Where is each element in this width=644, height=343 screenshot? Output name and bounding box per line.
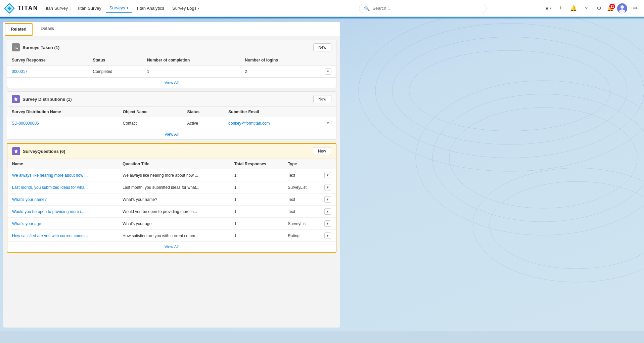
survey-status: Completed: [88, 66, 142, 78]
notification-badge[interactable]: 🔔 11: [607, 5, 614, 11]
q-row-dropdown-button-1[interactable]: ▾: [324, 184, 331, 190]
chevron-favorites-icon: ▾: [550, 6, 552, 10]
nav-actions: ★ ▾ + 🔔 ? ⚙ 🔔 11 ✏: [543, 3, 640, 13]
search-bar: 🔍: [359, 4, 487, 13]
q-name-link-3[interactable]: Would you be open to providing more i...: [12, 209, 84, 214]
tab-details[interactable]: Details: [34, 22, 61, 36]
svg-marker-17: [14, 149, 18, 153]
q-responses-2: 1: [230, 194, 283, 206]
search-icon: 🔍: [364, 6, 370, 11]
add-button[interactable]: +: [556, 4, 565, 13]
surveys-taken-table: Survey Response Status Number of complet…: [7, 55, 336, 77]
svg-point-7: [392, 37, 627, 144]
q-row-dropdown-button-5[interactable]: ▾: [324, 232, 331, 239]
svg-point-11: [432, 94, 644, 222]
col-q-name: Name: [7, 159, 118, 169]
star-icon: ★: [545, 5, 549, 11]
search-input[interactable]: [372, 6, 481, 11]
col-q-responses: Total Responses: [230, 159, 283, 169]
survey-response-link[interactable]: 0000017: [12, 69, 28, 74]
survey-questions-header: SurveyQuestions (6) New: [7, 144, 336, 159]
nav-links: Titan Survey Surveys ▾ Titan Analytics S…: [74, 3, 306, 13]
surveys-taken-header-left: Surveys Taken (1): [12, 43, 59, 51]
table-row: How satisfied are you with current comm.…: [7, 230, 336, 242]
q-title-4: What's your age: [118, 218, 230, 230]
top-nav: TITAN Titan Survey Titan Survey Surveys …: [0, 0, 644, 17]
col-completion: Number of completion: [142, 55, 240, 66]
content-panel: Related Details Surveys Taken (1) New: [3, 22, 340, 328]
dist-row-dropdown-button[interactable]: ▾: [325, 120, 331, 126]
q-responses-0: 1: [230, 169, 283, 181]
survey-distributions-header-left: Survey Distributions (1): [12, 95, 72, 103]
q-title-5: How satisfied are you with current comm.…: [118, 230, 230, 242]
surveys-taken-new-button[interactable]: New: [313, 43, 331, 51]
avatar-icon: [617, 3, 627, 13]
q-row-dropdown-button-0[interactable]: ▾: [324, 172, 331, 178]
favorites-button[interactable]: ★ ▾: [543, 4, 553, 13]
survey-questions-header-left: SurveyQuestions (6): [12, 147, 65, 155]
survey-questions-new-button[interactable]: New: [313, 147, 331, 155]
nav-titan-survey[interactable]: Titan Survey: [74, 4, 105, 13]
col-dist-status: Status: [183, 107, 224, 117]
nav-titan-analytics[interactable]: Titan Analytics: [133, 4, 168, 13]
settings-icon[interactable]: ⚙: [594, 4, 604, 13]
survey-questions-table: Name Question Title Total Responses Type…: [7, 159, 336, 242]
main-layout: Related Details Surveys Taken (1) New: [0, 18, 644, 331]
logo-icon: [4, 3, 15, 14]
q-title-2: What's your name?: [118, 194, 230, 206]
question-icon[interactable]: ?: [582, 4, 591, 13]
col-status: Status: [88, 55, 142, 66]
survey-completion: 1: [142, 66, 240, 78]
tab-bar: Related Details: [3, 22, 340, 36]
avatar[interactable]: [617, 3, 627, 13]
survey-questions-section: SurveyQuestions (6) New Name Question Ti…: [7, 143, 336, 253]
q-name-link-5[interactable]: How satisfied are you with current comm.…: [12, 233, 88, 238]
q-title-0: We always like hearing more about how ..…: [118, 169, 230, 181]
svg-point-12: [416, 81, 644, 235]
svg-point-9: [359, 18, 644, 171]
dist-name-link[interactable]: SD-000000005: [12, 121, 39, 126]
edit-icon[interactable]: ✏: [631, 4, 640, 13]
survey-questions-table-header: Name Question Title Total Responses Type: [7, 159, 336, 169]
nav-surveys[interactable]: Surveys ▾: [106, 3, 132, 13]
survey-distributions-section: Survey Distributions (1) New Survey Dist…: [7, 91, 336, 140]
q-name-link-1[interactable]: Last month, you submitted ideas for wha.…: [12, 185, 88, 190]
q-name-link-2[interactable]: What's your name?: [12, 197, 47, 202]
svg-point-6: [409, 50, 610, 131]
survey-questions-view-all[interactable]: View All: [7, 242, 336, 252]
q-row-dropdown-button-4[interactable]: ▾: [324, 220, 331, 227]
svg-point-15: [16, 48, 18, 49]
q-responses-3: 1: [230, 206, 283, 218]
q-row-dropdown-button-3[interactable]: ▾: [324, 208, 331, 215]
q-name-link-0[interactable]: We always like hearing more about how ..…: [12, 173, 88, 178]
q-title-3: Would you be open to providing more in..…: [118, 206, 230, 218]
table-row: Last month, you submitted ideas for wha.…: [7, 181, 336, 194]
col-logins: Number of logins: [240, 55, 320, 66]
col-dist-actions: [320, 107, 336, 117]
q-type-2: Text: [283, 194, 320, 206]
surveys-taken-title: Surveys Taken (1): [22, 45, 59, 50]
col-object-name: Object Name: [118, 107, 183, 117]
survey-questions-title: SurveyQuestions (6): [23, 149, 65, 154]
q-name-link-4[interactable]: What's your age: [12, 221, 41, 226]
nav-survey-logs[interactable]: Survey Logs ▾: [169, 4, 203, 13]
tab-related[interactable]: Related: [5, 23, 33, 36]
help-bell-icon[interactable]: 🔔: [569, 4, 578, 13]
notification-count: 11: [609, 4, 615, 9]
col-q-actions: [320, 159, 336, 169]
q-type-4: SurveyList: [283, 218, 320, 230]
survey-distributions-view-all[interactable]: View All: [7, 129, 336, 139]
svg-point-13: [490, 181, 644, 269]
survey-distributions-new-button[interactable]: New: [313, 95, 331, 103]
svg-marker-16: [14, 97, 18, 101]
row-dropdown-button[interactable]: ▾: [325, 68, 331, 75]
q-row-dropdown-button-2[interactable]: ▾: [324, 196, 331, 203]
logo-text: TITAN: [17, 5, 38, 12]
bg-pattern: [342, 18, 644, 331]
q-type-5: Rating: [283, 230, 320, 242]
dist-email-link[interactable]: donkey@formtitan.com: [228, 121, 270, 126]
q-type-3: Text: [283, 206, 320, 218]
surveys-taken-view-all[interactable]: View All: [7, 77, 336, 88]
survey-distributions-title: Survey Distributions (1): [22, 97, 72, 102]
col-q-type: Type: [283, 159, 320, 169]
